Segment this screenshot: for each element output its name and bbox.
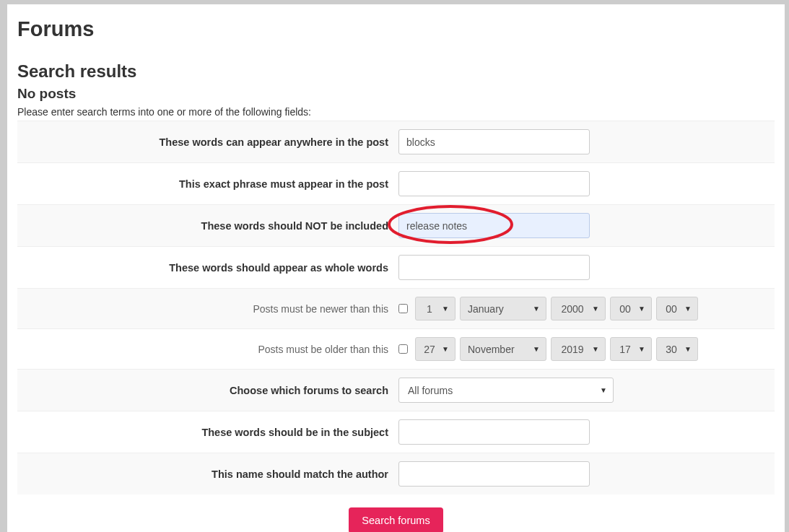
- label-newer-than: Posts must be newer than this: [23, 303, 398, 315]
- select-newer-day[interactable]: 1▼: [415, 297, 455, 320]
- input-not-included[interactable]: [398, 213, 590, 238]
- label-exact: This exact phrase must appear in the pos…: [23, 178, 398, 190]
- label-choose-forums: Choose which forums to search: [23, 385, 398, 396]
- row-newer-than: Posts must be newer than this 1▼ January…: [17, 288, 775, 328]
- section-title: Search results: [17, 61, 775, 82]
- page-title: Forums: [17, 17, 775, 41]
- row-older-than: Posts must be older than this 27▼ Novemb…: [17, 328, 775, 369]
- label-subject: These words should be in the subject: [23, 427, 398, 438]
- select-older-month[interactable]: November▼: [460, 337, 546, 361]
- input-author[interactable]: [398, 461, 590, 487]
- select-newer-month[interactable]: January▼: [460, 297, 546, 320]
- input-subject[interactable]: [398, 419, 590, 445]
- row-exact: This exact phrase must appear in the pos…: [17, 162, 775, 204]
- checkbox-newer-enable[interactable]: [398, 304, 408, 313]
- search-forums-button[interactable]: Search forums: [349, 507, 443, 532]
- search-hint: Please enter search terms into one or mo…: [17, 106, 775, 118]
- select-older-day[interactable]: 27▼: [415, 337, 455, 361]
- row-whole-words: These words should appear as whole words: [17, 246, 775, 288]
- submit-row: Search forums: [17, 494, 775, 532]
- select-older-year[interactable]: 2019▼: [551, 337, 606, 361]
- input-anywhere[interactable]: [398, 129, 590, 154]
- label-anywhere: These words can appear anywhere in the p…: [23, 136, 398, 148]
- select-forum[interactable]: All forums▼: [398, 378, 614, 403]
- input-exact[interactable]: [398, 171, 590, 196]
- select-newer-hour[interactable]: 00▼: [610, 297, 652, 320]
- select-newer-minute[interactable]: 00▼: [656, 297, 698, 320]
- result-status: No posts: [17, 86, 775, 102]
- row-author: This name should match the author: [17, 453, 775, 494]
- row-subject: These words should be in the subject: [17, 411, 775, 453]
- forum-search-page: Forums Search results No posts Please en…: [7, 4, 785, 532]
- label-older-than: Posts must be older than this: [23, 344, 398, 355]
- row-anywhere: These words can appear anywhere in the p…: [17, 121, 775, 162]
- label-author: This name should match the author: [23, 468, 398, 480]
- label-whole-words: These words should appear as whole words: [23, 262, 398, 274]
- input-whole-words[interactable]: [398, 255, 590, 280]
- checkbox-older-enable[interactable]: [398, 344, 408, 354]
- label-not-included: These words should NOT be included: [23, 220, 398, 232]
- row-choose-forums: Choose which forums to search All forums…: [17, 369, 775, 411]
- select-older-hour[interactable]: 17▼: [610, 337, 652, 361]
- select-newer-year[interactable]: 2000▼: [551, 297, 606, 320]
- row-not-included: These words should NOT be included: [17, 204, 775, 246]
- select-older-minute[interactable]: 30▼: [656, 337, 698, 361]
